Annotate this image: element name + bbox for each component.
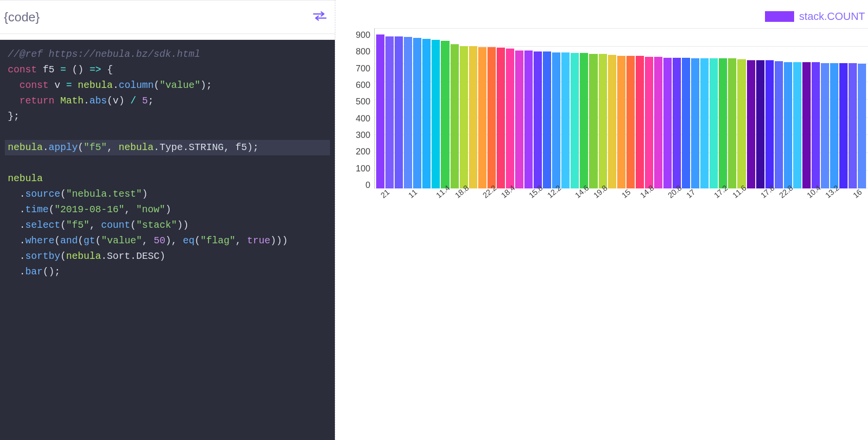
chart-bar[interactable] [422, 39, 431, 188]
y-tick: 300 [356, 130, 370, 140]
chart-bar[interactable] [700, 58, 709, 188]
y-axis: 9008007006005004003002001000 [345, 30, 374, 190]
legend-label: stack.COUNT [799, 10, 865, 23]
code-line[interactable]: nebula.apply("f5", nebula.Type.STRING, f… [5, 140, 330, 155]
chart-bar[interactable] [385, 36, 394, 189]
chart-bar[interactable] [830, 63, 838, 189]
chart-bar[interactable] [617, 56, 625, 188]
code-line[interactable]: .sortby(nebula.Sort.DESC) [5, 249, 330, 264]
code-header: {code} [0, 0, 335, 34]
chart-bar[interactable] [432, 40, 440, 188]
chart-bar[interactable] [571, 53, 579, 188]
chart-bar[interactable] [395, 36, 403, 189]
y-tick: 200 [356, 147, 370, 157]
code-editor[interactable]: //@ref https://nebula.bz/sdk.htmlconst f… [0, 40, 335, 440]
chart-bar[interactable] [376, 34, 384, 188]
chart-bar[interactable] [515, 51, 523, 188]
chart-bar[interactable] [608, 55, 616, 188]
chart-bar[interactable] [756, 60, 764, 188]
code-line[interactable] [5, 124, 330, 140]
chart-bar[interactable] [839, 63, 848, 189]
y-tick: 700 [356, 64, 370, 74]
x-axis: 211111.418.822.218.415.812.214.619.81514… [374, 188, 868, 208]
chart-bar[interactable] [793, 62, 801, 188]
chart-bar[interactable] [404, 37, 412, 188]
code-line[interactable]: return Math.abs(v) / 5; [5, 93, 330, 109]
chart-bar[interactable] [460, 46, 468, 188]
code-line[interactable]: .time("2019-08-16", "now") [5, 202, 330, 218]
code-line[interactable]: const f5 = () => { [5, 62, 330, 78]
chart-bar[interactable] [413, 38, 421, 188]
legend-swatch [765, 11, 794, 22]
chart-bar[interactable] [534, 51, 542, 188]
chart-bar[interactable] [710, 58, 718, 188]
chart-bar[interactable] [497, 48, 505, 188]
code-header-label: {code} [4, 10, 40, 25]
chart-bar[interactable] [580, 53, 588, 188]
chart-bar[interactable] [589, 54, 597, 188]
y-tick: 800 [356, 47, 370, 57]
chart-bar[interactable] [469, 46, 477, 188]
code-line[interactable] [5, 155, 330, 171]
chart-bar[interactable] [747, 60, 755, 188]
code-line[interactable]: const v = nebula.column("value"); [5, 78, 330, 93]
chart-bar[interactable] [543, 51, 551, 188]
chart-bars [374, 28, 868, 188]
y-tick: 600 [356, 80, 370, 90]
chart-bar[interactable] [719, 58, 727, 188]
y-tick: 500 [356, 97, 370, 107]
right-pane: stack.COUNT 9008007006005004003002001000… [335, 0, 868, 440]
chart-bar[interactable] [765, 60, 774, 188]
code-line[interactable]: .where(and(gt("value", 50), eq("flag", t… [5, 233, 330, 249]
y-tick: 100 [356, 164, 370, 174]
chart-bar[interactable] [636, 56, 644, 188]
code-line[interactable]: }; [5, 109, 330, 124]
chart-bar[interactable] [626, 56, 635, 188]
chart-bar[interactable] [849, 63, 857, 189]
swap-horizontal-icon[interactable] [312, 8, 328, 26]
left-pane: {code} //@ref https://nebula.bz/sdk.html… [0, 0, 335, 440]
code-line[interactable]: nebula [5, 171, 330, 186]
plot-area: 211111.418.822.218.415.812.214.619.81514… [374, 28, 868, 208]
chart-legend: stack.COUNT [345, 5, 868, 28]
chart-bar[interactable] [691, 58, 699, 188]
chart-bar[interactable] [728, 58, 736, 188]
app-root: {code} //@ref https://nebula.bz/sdk.html… [0, 0, 868, 440]
chart-bar[interactable] [524, 51, 533, 188]
chart-bar[interactable] [487, 47, 496, 189]
chart-bar[interactable] [812, 62, 820, 188]
chart-bar[interactable] [784, 62, 792, 188]
chart-bar[interactable] [654, 57, 662, 188]
chart-bar[interactable] [737, 59, 746, 188]
chart-bar[interactable] [478, 47, 486, 189]
chart-bar[interactable] [775, 61, 783, 188]
chart-bar[interactable] [451, 44, 459, 188]
chart-bar[interactable] [599, 54, 607, 188]
code-line[interactable]: .select("f5", count("stack")) [5, 218, 330, 233]
y-tick: 0 [365, 180, 370, 190]
chart-bar[interactable] [682, 58, 690, 189]
chart-bar[interactable] [821, 63, 829, 189]
chart-bar[interactable] [663, 58, 672, 189]
chart-bar[interactable] [506, 49, 514, 188]
chart-bar[interactable] [441, 41, 449, 188]
code-line[interactable]: .bar(); [5, 264, 330, 280]
bar-chart: 9008007006005004003002001000 211111.418.… [345, 28, 868, 213]
chart-bar[interactable] [673, 58, 681, 189]
code-line[interactable]: .source("nebula.test") [5, 186, 330, 202]
chart-bar[interactable] [858, 64, 866, 188]
chart-bar[interactable] [552, 52, 560, 189]
y-tick: 400 [356, 114, 370, 124]
chart-bar[interactable] [561, 52, 570, 189]
y-tick: 900 [356, 30, 370, 40]
code-line[interactable]: //@ref https://nebula.bz/sdk.html [5, 47, 330, 62]
chart-bar[interactable] [645, 57, 653, 188]
chart-bar[interactable] [802, 62, 811, 188]
